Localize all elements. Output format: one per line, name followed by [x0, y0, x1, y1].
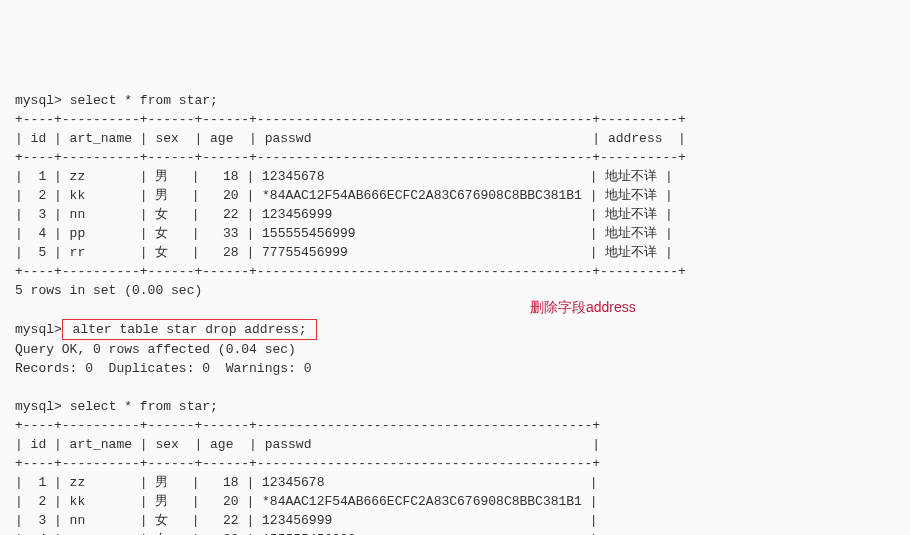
query-3: select * from star;	[70, 399, 218, 414]
prompt: mysql>	[15, 322, 62, 337]
query2-result-1: Query OK, 0 rows affected (0.04 sec)	[15, 342, 296, 357]
table2-header: | id | art_name | sex | age | passwd |	[15, 437, 600, 452]
annotation-label: 删除字段address	[530, 298, 636, 317]
table1-rows: | 1 | zz | 男 | 18 | 12345678 | 地址不详 | | …	[15, 169, 673, 260]
prompt-line-1: mysql> select * from star;	[15, 93, 218, 108]
query2-result-2: Records: 0 Duplicates: 0 Warnings: 0	[15, 361, 311, 376]
table2-sep-top: +----+----------+------+------+---------…	[15, 418, 600, 433]
prompt-line-2: mysql> alter table star drop address;	[15, 322, 317, 337]
prompt: mysql>	[15, 93, 62, 108]
table2-sep-mid: +----+----------+------+------+---------…	[15, 456, 600, 471]
table1-sep-bot: +----+----------+------+------+---------…	[15, 264, 686, 279]
table2-rows: | 1 | zz | 男 | 18 | 12345678 | | 2 | kk …	[15, 475, 598, 535]
rows-msg-1: 5 rows in set (0.00 sec)	[15, 283, 202, 298]
table1-sep-mid: +----+----------+------+------+---------…	[15, 150, 686, 165]
table1-header: | id | art_name | sex | age | passwd | a…	[15, 131, 686, 146]
table1-sep-top: +----+----------+------+------+---------…	[15, 112, 686, 127]
alter-query-highlight: alter table star drop address;	[62, 319, 318, 340]
prompt-line-3: mysql> select * from star;	[15, 399, 218, 414]
prompt: mysql>	[15, 399, 62, 414]
terminal-output: mysql> select * from star; +----+-------…	[15, 91, 895, 535]
query-1: select * from star;	[70, 93, 218, 108]
